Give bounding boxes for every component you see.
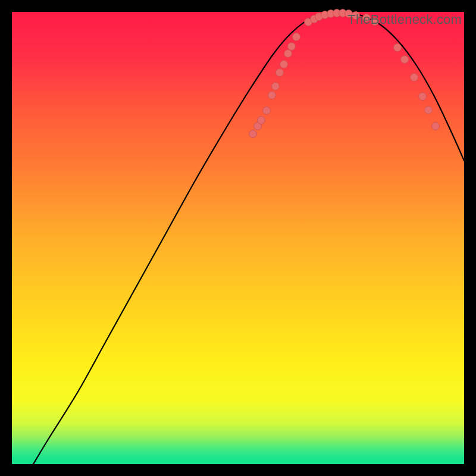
data-point [425, 107, 433, 114]
data-point [288, 43, 296, 51]
data-point [276, 69, 284, 77]
data-point [394, 44, 402, 52]
data-point [280, 61, 288, 68]
gradient-background [12, 12, 464, 464]
data-point [432, 123, 440, 130]
data-point [258, 117, 265, 124]
data-point [284, 50, 292, 58]
data-point [401, 56, 409, 64]
data-point [419, 93, 427, 101]
data-point [411, 74, 418, 82]
chart-plot: TheBottleneck.com [12, 12, 464, 464]
data-point [249, 130, 257, 138]
data-point [263, 107, 271, 115]
data-point [268, 92, 276, 99]
chart-frame: TheBottleneck.com [12, 12, 464, 464]
data-point [272, 83, 280, 90]
data-point [293, 33, 300, 41]
chart-svg [12, 12, 464, 464]
watermark-text: TheBottleneck.com [347, 12, 462, 27]
